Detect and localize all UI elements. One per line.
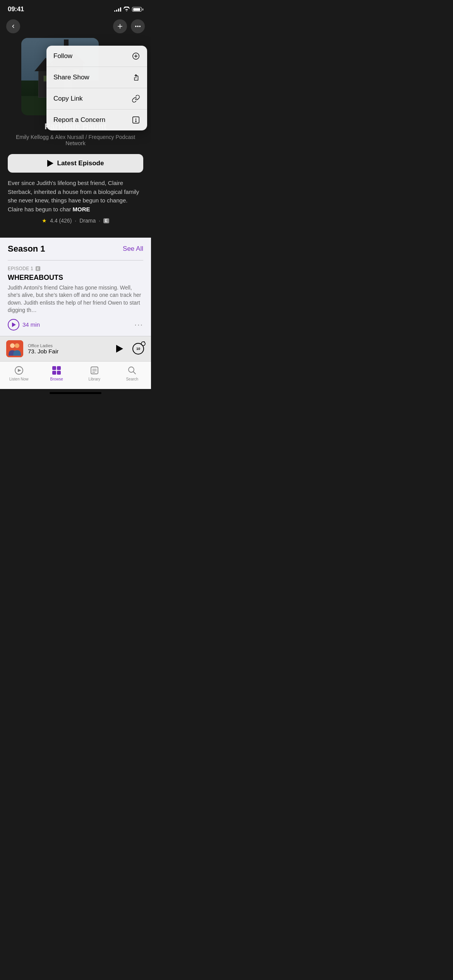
svg-marker-15: [18, 369, 21, 372]
tab-bar: Listen Now Browse Library: [0, 361, 151, 389]
nav-bar: [0, 16, 151, 38]
podcast-description: Ever since Judith's lifelong best friend…: [0, 179, 151, 214]
mini-play-button[interactable]: [114, 343, 125, 355]
context-menu: Follow Share Show: [46, 46, 147, 130]
podcast-meta: ★ 4.4 (426) · Drama · E: [34, 218, 117, 224]
episode-meta: EPISODE 1 E: [8, 266, 143, 271]
tab-library[interactable]: Library: [76, 365, 113, 381]
tab-browse-label: Browse: [50, 377, 63, 381]
mini-player-artwork: [6, 340, 23, 357]
play-button-label: Latest Episode: [57, 159, 104, 167]
svg-point-12: [10, 343, 15, 348]
mini-player-info: Office Ladies 73. Job Fair: [28, 343, 109, 355]
podcast-genre: Drama: [79, 218, 96, 224]
status-icons: [114, 6, 143, 12]
context-menu-report[interactable]: Report a Concern: [46, 110, 147, 130]
context-menu-share-show[interactable]: Share Show: [46, 67, 147, 88]
mini-player-title: 73. Job Fair: [28, 348, 109, 355]
svg-point-2: [136, 26, 136, 27]
context-menu-follow[interactable]: Follow: [46, 46, 147, 67]
play-icon: [47, 160, 53, 167]
episode-play-button[interactable]: [8, 319, 19, 331]
latest-episode-button[interactable]: Latest Episode: [8, 154, 143, 173]
search-icon: [127, 365, 137, 375]
tab-browse[interactable]: Browse: [38, 365, 76, 381]
episode-duration: 34 min: [22, 321, 40, 328]
season-section: Season 1 See All EPISODE 1 E WHEREABOUTS…: [0, 238, 151, 336]
explicit-badge: E: [103, 218, 109, 223]
episode-play: 34 min: [8, 319, 40, 331]
season-title: Season 1: [8, 244, 45, 254]
episode-label: EPISODE 1: [8, 266, 33, 271]
tab-search[interactable]: Search: [113, 365, 151, 381]
mini-player[interactable]: Office Ladies 73. Job Fair 10: [0, 336, 151, 361]
episode-item: EPISODE 1 E WHEREABOUTS Judith Antoni's …: [8, 260, 143, 336]
play-icon: [116, 345, 123, 353]
context-menu-copy-link[interactable]: Copy Link: [46, 88, 147, 110]
mini-player-controls: 10: [114, 342, 145, 355]
signal-bars-icon: [114, 7, 121, 12]
mini-player-show: Office Ladies: [28, 343, 109, 348]
follow-icon: [132, 52, 140, 60]
episode-explicit: E: [36, 266, 40, 271]
see-all-link[interactable]: See All: [123, 245, 143, 253]
tab-listen-now[interactable]: Listen Now: [0, 365, 38, 381]
star-icon: ★: [42, 218, 47, 224]
link-icon: [132, 94, 140, 103]
more-button[interactable]: [131, 19, 145, 33]
svg-rect-16: [91, 367, 98, 374]
status-bar: 09:41: [0, 0, 151, 16]
play-icon: [12, 322, 16, 327]
episode-title: WHEREABOUTS: [8, 274, 143, 282]
tab-listen-now-label: Listen Now: [9, 377, 28, 381]
add-button[interactable]: [113, 19, 127, 33]
skip-icon: 10: [132, 343, 144, 355]
artwork-container: Follow Share Show: [0, 38, 151, 115]
skip-forward-button[interactable]: 10: [132, 342, 145, 355]
episode-controls: 34 min ···: [8, 319, 143, 331]
svg-point-3: [137, 26, 138, 27]
episode-description: Judith Antoni's friend Claire has gone m…: [8, 284, 143, 314]
report-icon: [132, 116, 140, 124]
tab-search-label: Search: [126, 377, 138, 381]
svg-point-13: [15, 343, 19, 348]
back-button[interactable]: [6, 19, 20, 33]
share-icon: [132, 73, 140, 82]
svg-line-21: [133, 372, 136, 374]
episode-more-button[interactable]: ···: [134, 320, 143, 329]
podcast-subtitle: Emily Kellogg & Alex Nursall / Frequency…: [0, 134, 151, 146]
browse-icon: [51, 365, 62, 375]
nav-right-buttons: [113, 19, 145, 33]
svg-point-4: [139, 26, 140, 27]
library-icon: [89, 365, 100, 375]
status-time: 09:41: [8, 5, 24, 13]
more-link[interactable]: MORE: [73, 206, 90, 212]
podcast-rating: 4.4 (426): [50, 218, 72, 224]
home-indicator: [50, 392, 101, 394]
listen-now-icon: [14, 365, 24, 375]
tab-library-label: Library: [88, 377, 100, 381]
season-header: Season 1 See All: [8, 244, 143, 254]
battery-icon: [132, 7, 143, 12]
svg-point-10: [136, 121, 136, 122]
wifi-icon: [124, 6, 130, 12]
hero-section: Follow Share Show: [0, 38, 151, 230]
